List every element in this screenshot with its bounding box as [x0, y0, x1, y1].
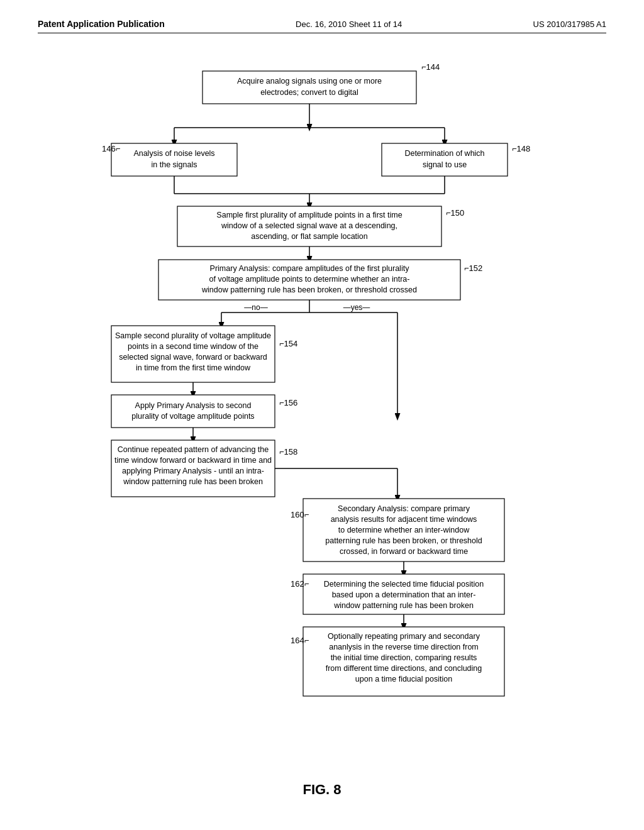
node160-l4: patterning rule has been broken, or thre…: [325, 536, 482, 545]
header: Patent Application Publication Dec. 16, …: [38, 19, 606, 33]
node150-l2: window of a selected signal wave at a de…: [221, 221, 397, 230]
node158-l3: applying Primary Analysis - until an int…: [122, 467, 264, 475]
node164-l5: upon a time fiducial position: [355, 675, 452, 683]
node154-l3: selected signal wave, forward or backwar…: [119, 353, 267, 362]
node162-l1: Determining the selected time fiducial p…: [324, 580, 484, 589]
node154-l2: points in a second time window of the: [128, 342, 258, 351]
flowchart: Acquire analog signals using one or more…: [64, 58, 580, 763]
node162-l2: based upon a determination that an inter…: [332, 590, 476, 599]
ref-162: 162⌐: [291, 579, 309, 589]
node164-l1: Optionally repeating primary and seconda…: [328, 632, 480, 641]
ref-164: 164⌐: [291, 636, 309, 645]
ref-150: ⌐150: [446, 208, 464, 218]
node160-l5: crossed, in forward or backward time: [340, 547, 468, 556]
ref-146: 146⌐: [102, 144, 121, 153]
node164-l4: from different time directions, and conc…: [326, 664, 482, 673]
node152-l2: of voltage amplitude points to determine…: [209, 275, 410, 284]
ref-148: ⌐148: [512, 144, 530, 153]
node150-l3: ascending, or flat sample location: [251, 232, 368, 241]
node160-l1: Secondary Analysis: compare primary: [338, 504, 470, 513]
node162-l3: window patterning rule has been broken: [333, 601, 474, 610]
svg-rect-7: [382, 143, 508, 176]
node160-l2: analysis results for adjacent time windo…: [331, 515, 477, 524]
header-right: US 2010/317985 A1: [533, 19, 606, 29]
ref-158: ⌐158: [279, 447, 297, 456]
ref-156: ⌐156: [279, 398, 297, 407]
node152-l1: Primary Analysis: compare amplitudes of …: [210, 264, 410, 273]
node148-line2: signal to use: [423, 160, 467, 169]
svg-rect-1: [203, 71, 416, 104]
ref-152: ⌐152: [464, 263, 482, 273]
node156-l1: Apply Primary Analysis to second: [135, 401, 252, 410]
node164-l3: the initial time direction, comparing re…: [331, 653, 477, 662]
yes-label: —yes—: [343, 303, 370, 312]
node158-l4: window patterning rule has been broken: [123, 477, 263, 486]
ref-154: ⌐154: [279, 339, 297, 348]
fig-label: FIG. 8: [38, 782, 606, 798]
node156-l2: plurality of voltage amplitude points: [131, 412, 254, 421]
diagram: Acquire analog signals using one or more…: [38, 58, 606, 763]
node154-l1: Sample second plurality of voltage ampli…: [115, 331, 271, 340]
ref-144: ⌐144: [421, 62, 440, 72]
svg-rect-21: [111, 395, 275, 428]
node160-l3: to determine whether an inter-window: [338, 526, 470, 534]
node144-line2: electrodes; convert to digital: [260, 88, 358, 97]
node154-l4: in time from the first time window: [136, 363, 251, 372]
ref-160: 160⌐: [291, 510, 309, 519]
node146-line1: Analysis of noise levels: [133, 149, 214, 158]
node164-l2: ananlysis in the reverse time direction …: [329, 643, 479, 651]
no-label: —no—: [244, 303, 267, 312]
node158-l2: time window forward or backward in time …: [114, 456, 272, 465]
svg-rect-6: [111, 143, 237, 176]
node150-l1: Sample first plurality of amplitude poin…: [216, 211, 402, 219]
header-center: Dec. 16, 2010 Sheet 11 of 14: [296, 19, 402, 29]
node152-l3: window patterning rule has been broken, …: [201, 285, 417, 294]
node144-line1: Acquire analog signals using one or more: [237, 77, 382, 86]
header-left: Patent Application Publication: [38, 19, 165, 29]
page: Patent Application Publication Dec. 16, …: [0, 0, 644, 830]
node146-line2: in the signals: [152, 160, 197, 169]
node158-l1: Continue repeated pattern of advancing t…: [118, 445, 269, 454]
node148-line1: Determination of which: [404, 149, 484, 158]
